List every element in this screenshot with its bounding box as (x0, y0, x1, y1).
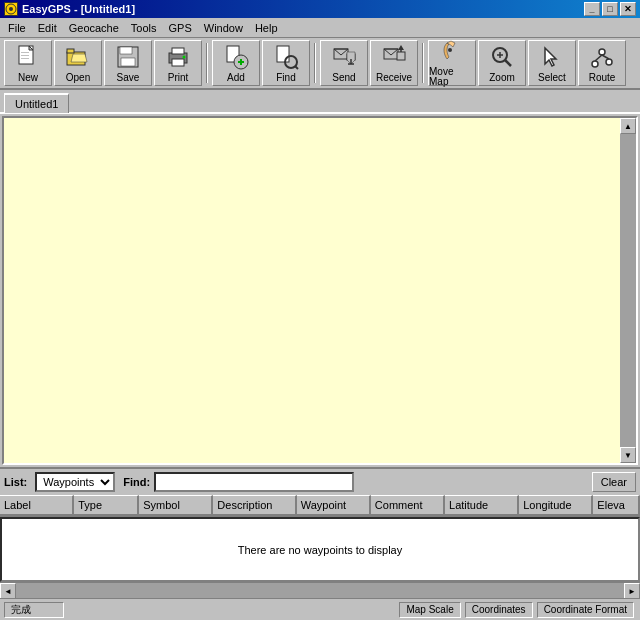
col-eleva: Eleva (593, 495, 640, 515)
find-button[interactable]: Find (262, 40, 310, 86)
add-label: Add (227, 73, 245, 83)
scroll-left-button[interactable]: ◄ (0, 583, 16, 599)
menu-gps[interactable]: GPS (163, 18, 198, 37)
svg-rect-6 (21, 58, 29, 59)
svg-marker-35 (398, 45, 404, 50)
table-content: There are no waypoints to display (0, 517, 640, 582)
svg-rect-8 (67, 49, 74, 53)
find-label-text: Find: (123, 476, 150, 488)
zoom-button[interactable]: Zoom (478, 40, 526, 86)
svg-rect-15 (172, 59, 184, 66)
tab-untitled1[interactable]: Untitled1 (4, 93, 69, 113)
send-icon (330, 43, 358, 71)
maximize-button[interactable]: □ (602, 2, 618, 16)
svg-point-36 (448, 48, 452, 52)
print-icon (164, 43, 192, 71)
find-bar: List: Waypoints Routes Tracks Find: Clea… (0, 469, 640, 495)
horizontal-scrollbar[interactable]: ◄ ► (0, 582, 640, 598)
table-header: Label Type Symbol Description Waypoint C… (0, 495, 640, 517)
separator-1 (206, 43, 208, 83)
print-label: Print (168, 73, 189, 83)
svg-rect-11 (120, 47, 132, 54)
scroll-right-button[interactable]: ► (624, 583, 640, 599)
svg-rect-12 (121, 58, 135, 66)
zoom-label: Zoom (489, 73, 515, 83)
new-button[interactable]: New (4, 40, 52, 86)
svg-rect-20 (240, 59, 242, 65)
col-longitude: Longitude (519, 495, 593, 515)
movemap-icon (438, 39, 466, 65)
save-icon (114, 43, 142, 71)
send-button[interactable]: Send (320, 40, 368, 86)
receive-icon (380, 43, 408, 71)
select-button[interactable]: Select (528, 40, 576, 86)
route-label: Route (589, 73, 616, 83)
no-waypoints-message: There are no waypoints to display (238, 544, 402, 556)
receive-label: Receive (376, 73, 412, 83)
scroll-up-button[interactable]: ▲ (620, 118, 636, 134)
clear-button[interactable]: Clear (592, 472, 636, 492)
send-label: Send (332, 73, 355, 83)
svg-rect-14 (172, 48, 184, 54)
svg-rect-33 (397, 52, 405, 60)
waypoints-select[interactable]: Waypoints Routes Tracks (35, 472, 115, 492)
svg-marker-9 (71, 54, 87, 62)
vertical-scrollbar[interactable]: ▲ ▼ (620, 118, 636, 463)
col-description: Description (213, 495, 296, 515)
add-button[interactable]: Add (212, 40, 260, 86)
status-coordinate-format: Coordinate Format (537, 602, 634, 618)
minimize-button[interactable]: _ (584, 2, 600, 16)
svg-point-1 (9, 7, 13, 11)
svg-line-23 (295, 66, 298, 69)
zoom-icon (488, 43, 516, 71)
list-label: List: (4, 476, 27, 488)
title-text: EasyGPS - [Untitled1] (22, 3, 135, 15)
menu-tools[interactable]: Tools (125, 18, 163, 37)
menu-window[interactable]: Window (198, 18, 249, 37)
svg-rect-5 (21, 55, 29, 56)
add-icon (222, 43, 250, 71)
status-map-scale: Map Scale (399, 602, 460, 618)
open-icon (64, 43, 92, 71)
receive-button[interactable]: Receive (370, 40, 418, 86)
open-label: Open (66, 73, 90, 83)
svg-line-38 (505, 60, 511, 66)
toolbar: New Open Save (0, 38, 640, 90)
route-button[interactable]: Route (578, 40, 626, 86)
title-controls[interactable]: _ □ ✕ (584, 2, 636, 16)
col-label: Label (0, 495, 74, 515)
movemap-label: Move Map (429, 67, 475, 87)
svg-point-43 (599, 49, 605, 55)
col-type: Type (74, 495, 139, 515)
app-icon (4, 2, 18, 16)
save-button[interactable]: Save (104, 40, 152, 86)
find-input[interactable] (154, 472, 354, 492)
status-left: 完成 (4, 602, 64, 618)
status-bar: 完成 Map Scale Coordinates Coordinate Form… (0, 598, 640, 620)
menu-help[interactable]: Help (249, 18, 284, 37)
menu-geocache[interactable]: Geocache (63, 18, 125, 37)
select-label: Select (538, 73, 566, 83)
select-icon (538, 43, 566, 71)
svg-point-44 (606, 59, 612, 65)
svg-point-16 (183, 56, 186, 59)
svg-rect-21 (277, 46, 289, 62)
waypoints-dropdown[interactable]: Waypoints Routes Tracks (35, 472, 115, 492)
menu-file[interactable]: File (2, 18, 32, 37)
save-label: Save (117, 73, 140, 83)
print-button[interactable]: Print (154, 40, 202, 86)
menu-edit[interactable]: Edit (32, 18, 63, 37)
status-coordinates: Coordinates (465, 602, 533, 618)
scroll-track[interactable] (620, 134, 636, 447)
new-icon (14, 43, 42, 71)
scroll-h-track[interactable] (16, 583, 624, 598)
scroll-down-button[interactable]: ▼ (620, 447, 636, 463)
find-icon (272, 43, 300, 71)
find-label: Find (276, 73, 295, 83)
open-button[interactable]: Open (54, 40, 102, 86)
menu-bar: File Edit Geocache Tools GPS Window Help (0, 18, 640, 38)
col-comment: Comment (371, 495, 445, 515)
movemap-button[interactable]: Move Map (428, 40, 476, 86)
find-section: Find: (123, 472, 583, 492)
close-button[interactable]: ✕ (620, 2, 636, 16)
